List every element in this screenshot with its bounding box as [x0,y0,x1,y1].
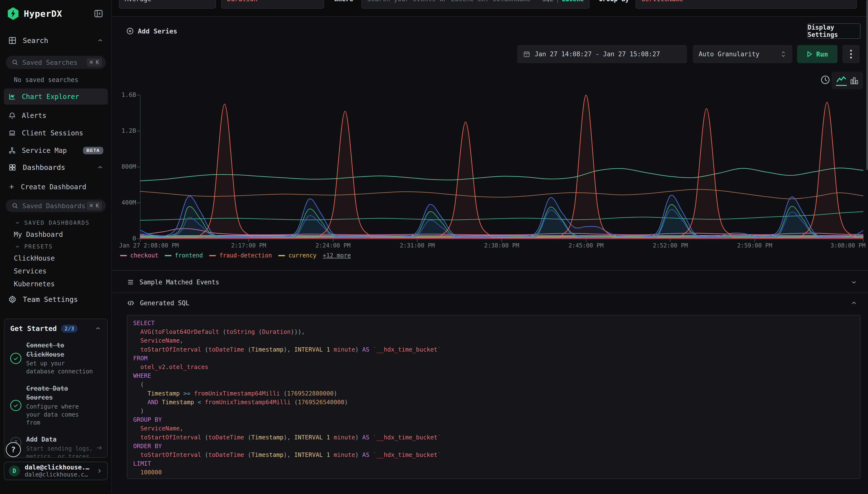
y-axis-tick [137,95,140,95]
group-by-value: ServiceName [641,0,683,3]
help-button[interactable]: ? [6,442,21,457]
group-by-input[interactable]: ServiceName [636,0,857,9]
series-line-unnamed-blue-low [140,209,863,237]
sidebar-item-services[interactable]: Services [14,267,46,275]
x-axis-label: 2:52:00 PM [653,242,688,249]
granularity-select[interactable]: Auto Granularity [693,45,792,63]
sidebar-item-client-sessions[interactable]: Client Sessions [4,127,108,139]
chevron-down-icon[interactable] [850,279,857,286]
legend-dash [165,255,172,256]
field-input[interactable]: Duration [221,0,324,9]
add-series-button[interactable]: Add Series [126,24,177,38]
get-started-item-connect[interactable]: Connect to ClickHouse Set up your databa… [10,341,101,376]
legend-item[interactable]: checkout [120,252,158,259]
sql-code-line: ServiceName, [133,424,854,433]
series-fill-fraud-detection [140,95,863,239]
sql-code-line: ServiceName, [133,336,854,345]
toggle-divider: | [553,0,562,3]
series-line-fraud-detection [140,95,863,238]
dots-vertical-icon [850,49,852,59]
chevron-up-icon[interactable] [95,325,101,332]
team-settings-label: Team Settings [23,295,78,304]
sidebar-collapse-icon[interactable] [93,8,104,19]
check-circle-icon [10,400,21,411]
chart-type-toggle [832,72,863,89]
y-axis-label: 800M [114,163,136,170]
date-range-picker[interactable]: 1 Jan 27 14:08:27 - Jan 27 15:08:27 [517,45,687,63]
sql-code-line: SELECT [133,319,854,327]
sidebar-item-clickhouse[interactable]: ClickHouse [14,254,55,262]
series-fill-unnamed-blue [140,195,863,239]
question-mark-icon: ? [11,445,16,454]
language-toggle[interactable]: SQL|Lucene [542,0,584,3]
sidebar-item-team-settings[interactable]: Team Settings [0,293,112,305]
get-started-item-add-data[interactable]: 3 Add Data Start sending logs, metrics, … [10,435,101,458]
y-axis-tick [137,131,140,131]
saved-searches-input[interactable]: Saved Searches ⌘ K [6,56,106,69]
user-menu[interactable]: D dale@clickhouse.… dale@clickhouse.c… [4,462,108,480]
more-options-button[interactable] [842,45,860,63]
sql-code-line: Timestamp >= fromUnixTimestamp64Milli (1… [133,389,854,398]
sidebar-item-chart-explorer[interactable]: Chart Explorer [4,89,108,104]
get-started-item-desc: Configure where your data comes from [26,403,96,427]
search-input[interactable]: Search your events w/ Lucene ex: ColumnN… [362,0,590,9]
generated-sql-header[interactable]: Generated SQL [127,297,190,309]
sql-code-line: ) [133,407,854,415]
get-started-item-sources[interactable]: Create Data Sources Configure where your… [10,384,101,427]
series-line-checkout [140,229,863,235]
run-label: Run [816,51,828,58]
legend-item[interactable]: currency [278,252,316,259]
chevron-up-icon[interactable] [850,299,857,307]
series-line-frontend [140,168,863,181]
legend-dash [209,255,216,256]
aggregation-select[interactable]: Average [119,0,216,9]
sidebar-item-service-map[interactable]: Service Map BETA [4,144,108,157]
sidebar-item-alerts[interactable]: Alerts [4,109,108,122]
legend-more-link[interactable]: +12 more [323,252,351,259]
sql-code-line: ORDER BY [133,442,854,451]
sql-toggle[interactable]: SQL [542,0,553,3]
get-started-item-desc: Start sending logs, metrics, or traces [26,445,96,458]
sidebar-section-search[interactable]: Search [0,35,112,46]
client-sessions-label: Client Sessions [22,129,83,137]
shortcut-badge: ⌘ K [87,58,102,66]
legend-item[interactable]: fraud-detection [209,252,272,259]
line-chart-toggle[interactable] [836,75,847,86]
play-icon [807,51,812,57]
dashboards-label: Dashboards [23,163,65,172]
area-chart-icon [836,75,847,84]
legend-label: currency [288,252,316,259]
x-axis-label: 2:59:00 PM [737,242,772,249]
sidebar-item-my-dashboard[interactable]: My Dashboard [14,230,63,239]
generated-sql-code[interactable]: SELECT AVG(toFloat64OrDefault (toString … [127,315,861,479]
saved-searches-placeholder: Saved Searches [22,59,78,66]
chevron-up-icon[interactable] [97,37,103,44]
x-axis-tick [754,239,755,242]
saved-dashboards-group[interactable]: SAVED DASHBOARDS [15,220,90,226]
x-axis-tick [417,239,418,242]
chart-plot-area[interactable] [140,95,863,239]
where-label: Where [334,0,353,9]
legend-item[interactable]: frontend [165,252,203,259]
display-settings-button[interactable]: Display Settings [807,23,861,39]
scrollbar[interactable] [866,0,868,170]
display-settings-label: Display Settings [808,24,860,38]
chevron-up-icon[interactable] [97,164,103,171]
create-dashboard-button[interactable]: Create Dashboard [4,182,108,192]
saved-dashboards-input[interactable]: Saved Dashboards ⌘ K [6,200,106,212]
y-axis-tick [137,239,140,239]
bar-chart-toggle[interactable] [849,76,859,86]
run-button[interactable]: Run [797,45,837,63]
arrow-right-icon [96,444,103,452]
presets-group[interactable]: PRESETS [15,243,53,250]
lucene-toggle[interactable]: Lucene [562,0,584,3]
beta-badge: BETA [83,147,103,154]
sidebar-section-dashboards[interactable]: Dashboards [0,162,112,173]
gear-icon [8,295,17,304]
search-placeholder: Search your events w/ Lucene ex: ColumnN… [367,0,531,3]
time-toggle-button[interactable] [820,75,830,85]
sidebar-item-kubernetes[interactable]: Kubernetes [14,280,55,288]
sample-matched-events-header[interactable]: Sample Matched Events [127,276,219,288]
x-axis-label: 2:31:00 PM [400,242,435,249]
chevron-down-icon [15,244,20,249]
